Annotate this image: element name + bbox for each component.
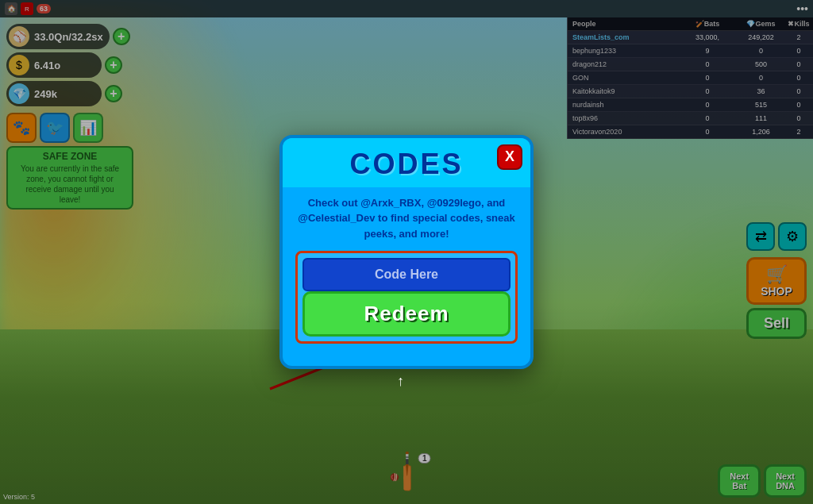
modal-close-button[interactable]: X <box>497 144 522 170</box>
codes-modal: CODES X Check out @Arxk_RBX, @0929lego, … <box>279 135 534 370</box>
modal-title-bar: CODES <box>283 138 530 187</box>
modal-overlay: CODES X Check out @Arxk_RBX, @0929lego, … <box>0 0 813 504</box>
modal-title: CODES <box>295 148 518 181</box>
code-input-wrap: Redeem <box>295 251 518 344</box>
redeem-button[interactable]: Redeem <box>302 291 511 337</box>
code-input[interactable] <box>302 258 511 291</box>
modal-description: Check out @Arxk_RBX, @0929lego, and @Cel… <box>295 195 518 242</box>
modal-body: Check out @Arxk_RBX, @0929lego, and @Cel… <box>283 187 530 344</box>
